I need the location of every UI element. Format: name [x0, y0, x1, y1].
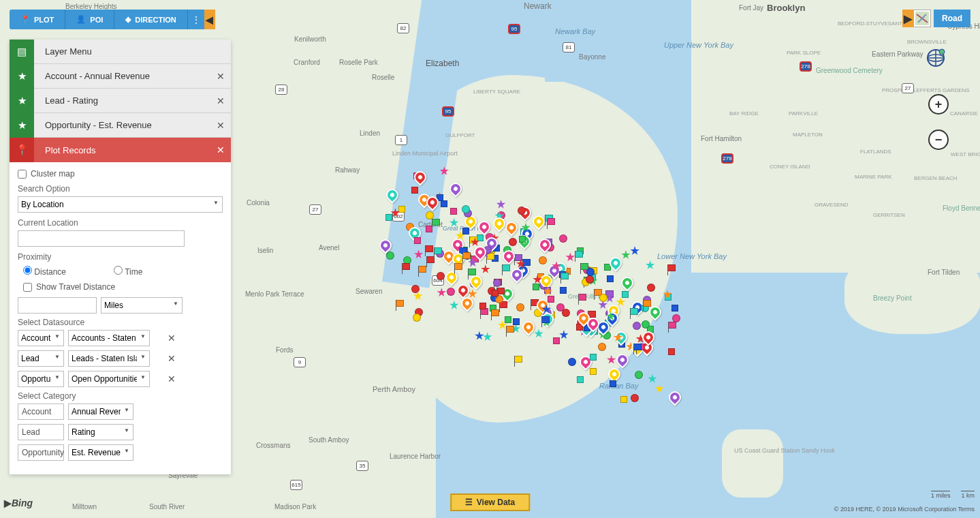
globe-icon[interactable]	[926, 48, 946, 71]
current-location-input[interactable]	[18, 230, 185, 247]
map-marker[interactable]	[578, 294, 586, 301]
map-marker[interactable]	[468, 258, 477, 267]
map-marker[interactable]	[496, 200, 506, 209]
map-marker[interactable]	[642, 320, 650, 329]
map-marker[interactable]	[539, 239, 551, 251]
map-marker[interactable]	[631, 394, 639, 402]
layer-item-lead[interactable]: ★ Lead - Rating ✕	[10, 89, 231, 113]
map-marker[interactable]	[635, 371, 643, 379]
map-marker[interactable]	[647, 284, 655, 292]
map-marker[interactable]	[590, 368, 597, 375]
map-marker[interactable]	[411, 187, 418, 194]
map-marker[interactable]	[503, 250, 515, 262]
zoom-out-button[interactable]: −	[928, 130, 949, 150]
map-marker[interactable]	[386, 189, 398, 201]
road-button[interactable]: Road	[934, 10, 970, 27]
map-marker[interactable]	[437, 272, 445, 280]
map-marker[interactable]	[586, 268, 595, 276]
layer-menu-header[interactable]: ▤ Layer Menu	[10, 40, 231, 64]
map-marker[interactable]	[468, 269, 476, 275]
map-marker[interactable]	[481, 264, 490, 274]
map-marker[interactable]	[616, 354, 629, 366]
remove-datasource-icon[interactable]: ✕	[168, 333, 176, 344]
map-marker[interactable]	[509, 238, 517, 246]
map-marker[interactable]	[418, 266, 426, 273]
map-marker[interactable]	[663, 290, 672, 299]
show-travel-checkbox[interactable]	[23, 283, 32, 292]
map-marker[interactable]	[622, 291, 629, 298]
category-attr-select[interactable]: Est. Revenue	[68, 444, 133, 461]
map-marker[interactable]	[441, 200, 447, 207]
distance-radio-label[interactable]: Distance	[23, 266, 66, 277]
map-marker[interactable]	[505, 316, 511, 323]
map-marker[interactable]	[565, 252, 575, 262]
map-marker[interactable]	[521, 223, 531, 232]
map-marker[interactable]	[475, 331, 484, 341]
map-marker[interactable]	[462, 252, 471, 259]
map-marker[interactable]	[449, 183, 462, 195]
plot-records-header[interactable]: 📍 Plot Records ✕	[10, 138, 231, 162]
time-radio-label[interactable]: Time	[114, 266, 142, 277]
map-marker[interactable]	[447, 288, 455, 296]
map-marker[interactable]	[533, 215, 545, 228]
map-marker[interactable]	[533, 284, 539, 290]
map-marker[interactable]	[414, 171, 426, 183]
map-marker[interactable]	[633, 322, 641, 330]
map-marker[interactable]	[474, 246, 486, 258]
map-marker[interactable]	[621, 277, 633, 289]
plot-button[interactable]: 📍PLOT	[10, 10, 65, 29]
map-marker[interactable]	[598, 343, 606, 351]
close-icon[interactable]: ✕	[210, 144, 231, 155]
map-marker[interactable]	[606, 311, 616, 321]
map-marker[interactable]	[439, 166, 449, 176]
close-icon[interactable]: ✕	[210, 95, 231, 106]
map-marker[interactable]	[478, 221, 490, 233]
map-marker[interactable]	[568, 358, 576, 366]
map-marker[interactable]	[479, 303, 486, 309]
layer-item-opportunity[interactable]: ★ Opportunity - Est. Revenue ✕	[10, 113, 231, 138]
map-marker[interactable]	[457, 284, 469, 296]
map-marker[interactable]	[559, 234, 567, 243]
map-marker[interactable]	[413, 314, 421, 322]
map-marker[interactable]	[414, 237, 421, 244]
map-marker[interactable]	[462, 205, 470, 213]
collapse-sidebar-button[interactable]: ◀	[204, 10, 215, 29]
map-marker[interactable]	[445, 271, 458, 284]
map-marker[interactable]	[396, 300, 404, 307]
map-marker[interactable]	[610, 380, 616, 387]
entity-select[interactable]: Lead	[18, 350, 64, 367]
map-marker[interactable]	[560, 273, 569, 279]
map-marker[interactable]	[426, 196, 439, 209]
map-marker[interactable]	[470, 275, 482, 288]
map-marker[interactable]	[379, 239, 392, 252]
map-marker[interactable]	[502, 264, 510, 271]
map-marker[interactable]	[614, 333, 623, 342]
map-marker[interactable]	[547, 218, 555, 225]
close-icon[interactable]: ✕	[210, 120, 231, 131]
map-marker[interactable]	[669, 391, 681, 403]
view-select[interactable]: Open Opportunities -	[68, 371, 150, 387]
layer-item-account[interactable]: ★ Account - Annual Revenue ✕	[10, 64, 231, 89]
map-marker[interactable]	[552, 261, 561, 271]
map-marker[interactable]	[586, 275, 594, 284]
map-marker[interactable]	[522, 321, 535, 333]
map-marker[interactable]	[575, 251, 583, 258]
map-marker[interactable]	[646, 260, 655, 270]
map-style-thumbnail[interactable]	[913, 10, 931, 27]
map-marker[interactable]	[608, 368, 620, 380]
map-marker[interactable]	[620, 396, 627, 403]
map-marker[interactable]	[541, 316, 550, 323]
map-marker[interactable]	[560, 287, 567, 294]
map-marker[interactable]	[559, 330, 569, 339]
map-marker[interactable]	[621, 250, 631, 260]
map-marker[interactable]	[518, 207, 526, 215]
map-marker[interactable]	[654, 384, 664, 393]
category-attr-select[interactable]: Annual Revenue	[68, 403, 133, 420]
map-marker[interactable]	[506, 326, 514, 333]
view-select[interactable]: Leads - Staten Island	[68, 350, 150, 367]
close-icon[interactable]: ✕	[210, 71, 231, 82]
poi-button[interactable]: 👤POI	[65, 10, 114, 29]
map-marker[interactable]	[434, 247, 442, 254]
map-marker[interactable]	[462, 228, 469, 234]
map-marker[interactable]	[633, 344, 642, 350]
